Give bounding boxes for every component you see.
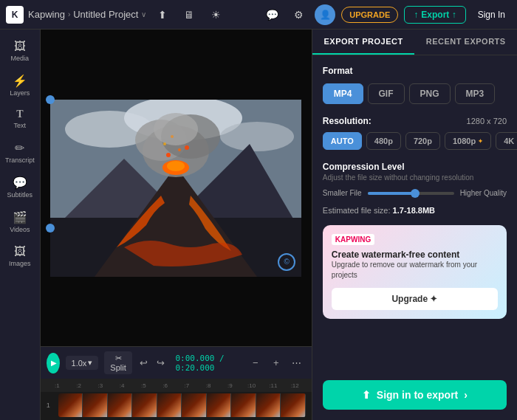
kapwing-logo-small: KAPWING <box>332 234 374 245</box>
settings-icon[interactable]: ☀ <box>205 4 226 25</box>
compression-label: Compression Level <box>323 162 507 172</box>
play-button[interactable]: ▶ <box>47 353 60 373</box>
compression-slider-row: Smaller File Higher Quality <box>323 189 507 197</box>
svg-point-13 <box>167 161 185 171</box>
sidebar-item-transcript[interactable]: ✏ Transcript <box>2 137 38 168</box>
comment-icon[interactable]: 💬 <box>261 4 282 25</box>
video-track-strip[interactable] <box>58 393 306 417</box>
more-options-button[interactable]: ⋯ <box>288 354 306 372</box>
track-content: 1 <box>41 392 312 420</box>
res-720p-button[interactable]: 720p <box>405 132 440 150</box>
images-icon: 🖼 <box>14 245 26 258</box>
watermark-card: KAPWING Create watermark-free content Up… <box>323 225 507 319</box>
sidebar-item-videos[interactable]: 🎬 Videos <box>2 206 38 238</box>
kapwing-logo-icon: K <box>6 6 24 24</box>
slider-smaller-label: Smaller File <box>323 189 362 197</box>
videos-icon: 🎬 <box>13 210 27 224</box>
track-ruler: :1 :2 :3 :4 :5 :6 :7 :8 :9 :10 :11 :12 <box>41 379 312 392</box>
slider-quality-label: Higher Quality <box>460 189 507 197</box>
handle-top-left[interactable] <box>46 95 55 104</box>
signin-export-button[interactable]: ⬆ Sign in to export › <box>323 380 507 410</box>
timeline-right-controls: − + ⋯ <box>247 354 306 372</box>
video-frame: © <box>50 100 301 277</box>
svg-point-11 <box>154 113 198 145</box>
watermark-card-header: KAPWING <box>332 234 498 245</box>
export-icon: ↑ <box>414 10 418 20</box>
avatar[interactable]: 👤 <box>315 4 335 25</box>
watermark-indicator: © <box>278 253 295 271</box>
main-layout: 🖼 Media ⚡ Layers T Text ✏ Transcript 💬 S… <box>0 30 517 420</box>
upgrade-card-button[interactable]: Upgrade ✦ <box>332 288 498 310</box>
res-auto-button[interactable]: AUTO <box>323 132 362 150</box>
compression-section: Compression Level Adjust the file size w… <box>323 162 507 197</box>
share-icon[interactable]: ⬆ <box>152 4 173 25</box>
text-icon: T <box>16 109 23 120</box>
format-gif-button[interactable]: GIF <box>368 83 405 104</box>
panel-body: Format MP4 GIF PNG MP3 Resolution: 1280 … <box>312 55 517 380</box>
video-container: © <box>41 30 312 346</box>
breadcrumb: Kapwing › Untitled Project ∨ <box>28 9 146 20</box>
sidebar-item-text[interactable]: T Text <box>2 104 38 134</box>
format-png-button[interactable]: PNG <box>409 83 451 104</box>
resolution-label: Resolution: <box>323 116 372 126</box>
sidebar: 🖼 Media ⚡ Layers T Text ✏ Transcript 💬 S… <box>0 30 41 420</box>
compression-slider[interactable] <box>368 192 454 195</box>
media-icon: 🖼 <box>14 40 26 53</box>
undo-button[interactable]: ↩ <box>138 354 149 372</box>
resolution-row: Resolution: 1280 x 720 <box>323 116 507 126</box>
time-display: 0:00.000 / 0:20.000 <box>175 354 234 373</box>
format-mp4-button[interactable]: MP4 <box>323 83 363 104</box>
sidebar-item-images[interactable]: 🖼 Images <box>2 241 38 272</box>
svg-point-16 <box>163 142 166 145</box>
topbar: K Kapwing › Untitled Project ∨ ⬆ 🖥 ☀ 💬 ⚙… <box>0 0 517 30</box>
video-preview <box>50 100 301 277</box>
signin-export-label: Sign in to export <box>377 389 458 401</box>
breadcrumb-separator: › <box>68 10 70 18</box>
watermark-card-desc: Upgrade to remove our watermark from you… <box>332 260 498 280</box>
panel-tabs: EXPORT PROJECT RECENT EXPORTS <box>312 30 517 55</box>
play-icon: ▶ <box>51 359 57 367</box>
format-mp3-button[interactable]: MP3 <box>455 83 496 104</box>
svg-point-14 <box>166 153 171 157</box>
signin-export-icon: ⬆ <box>362 389 371 401</box>
gear-icon[interactable]: ⚙ <box>288 4 309 25</box>
res-4k-button[interactable]: 4K✦ <box>496 132 517 150</box>
file-size-display: Estimated file size: 1.7-18.8MB <box>323 206 507 215</box>
handle-bottom-left[interactable] <box>46 224 55 233</box>
monitor-icon[interactable]: 🖥 <box>179 4 199 25</box>
zoom-out-button[interactable]: − <box>247 354 264 372</box>
transcript-icon: ✏ <box>15 141 24 155</box>
timeline-track: :1 :2 :3 :4 :5 :6 :7 :8 :9 :10 :11 :12 <box>41 379 312 420</box>
redo-icon: ↪ <box>157 357 165 368</box>
svg-point-18 <box>171 135 174 138</box>
zoom-in-button[interactable]: + <box>267 354 285 372</box>
right-panel: EXPORT PROJECT RECENT EXPORTS Format MP4… <box>312 30 517 420</box>
tab-recent-exports[interactable]: RECENT EXPORTS <box>414 30 517 55</box>
svg-point-17 <box>185 145 189 150</box>
export-button-top[interactable]: ↑ Export ↑ <box>404 6 465 24</box>
ruler-marks: :1 :2 :3 :4 :5 :6 :7 :8 :9 :10 :11 :12 <box>47 382 306 389</box>
res-1080p-button[interactable]: 1080p✦ <box>445 132 491 150</box>
sidebar-item-subtitles[interactable]: 💬 Subtitles <box>2 171 38 203</box>
format-buttons: MP4 GIF PNG MP3 <box>323 83 507 104</box>
svg-point-15 <box>178 148 181 151</box>
project-chevron-icon: ∨ <box>141 10 146 18</box>
sidebar-item-media[interactable]: 🖼 Media <box>2 35 38 66</box>
res-480p-button[interactable]: 480p <box>366 132 401 150</box>
signin-export-chevron-icon: › <box>464 389 468 401</box>
format-label: Format <box>323 66 507 76</box>
speed-button[interactable]: 1.0x ▾ <box>66 356 99 370</box>
resolution-value: 1280 x 720 <box>467 117 507 125</box>
undo-icon: ↩ <box>140 357 148 368</box>
svg-point-3 <box>220 122 294 151</box>
upgrade-button[interactable]: UPGRADE <box>341 7 398 23</box>
timeline-controls: ▶ 1.0x ▾ ✂ Split ↩ ↪ 0:00.000 / 0:20.000 <box>41 347 312 379</box>
split-button[interactable]: ✂ Split <box>104 351 131 374</box>
layers-icon: ⚡ <box>13 74 27 88</box>
sidebar-item-layers[interactable]: ⚡ Layers <box>2 69 38 101</box>
signin-button-top[interactable]: Sign In <box>472 7 511 23</box>
slider-thumb[interactable] <box>411 189 420 198</box>
redo-button[interactable]: ↪ <box>155 354 166 372</box>
tab-export-project[interactable]: EXPORT PROJECT <box>312 30 415 55</box>
resolution-buttons: AUTO 480p 720p 1080p✦ 4K✦ <box>323 132 507 150</box>
